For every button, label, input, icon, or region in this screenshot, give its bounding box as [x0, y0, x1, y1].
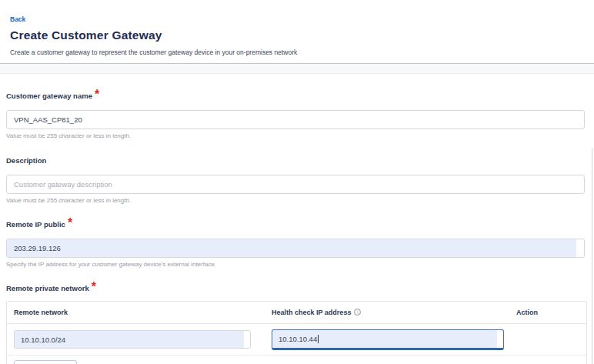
name-field-group: Customer gateway name* Value must be 255… [6, 88, 594, 139]
description-helper-text: Value must be 255 character or less in l… [6, 197, 594, 204]
name-label: Customer gateway name [6, 92, 92, 100]
health-check-ip-input[interactable]: 10.10.10.44 [272, 329, 504, 350]
back-link[interactable]: Back [10, 15, 25, 23]
page-header: Back Create Customer Gateway Create a cu… [0, 0, 594, 64]
column-header-health-check: Health check IP addressi [265, 309, 509, 316]
page-subtitle: Create a customer gateway to represent t… [10, 48, 584, 56]
required-asterisk: * [68, 216, 72, 229]
remote-private-network-label: Remote private network [6, 284, 89, 292]
network-table: Remote network Health check IP addressi … [6, 301, 587, 364]
table-row: 10.10.10.44 [7, 324, 586, 356]
health-check-ip-value: 10.10.10.44 [279, 335, 317, 343]
page-title: Create Customer Gateway [10, 28, 584, 42]
remote-network-input[interactable] [14, 330, 251, 349]
column-header-action: Action [509, 309, 586, 316]
required-asterisk: * [95, 88, 99, 101]
name-input[interactable] [6, 110, 585, 129]
remote-private-network-group: Remote private network* Remote network H… [6, 280, 594, 364]
description-label: Description [6, 156, 46, 165]
info-icon[interactable]: i [354, 309, 361, 316]
remote-network-cell [7, 330, 265, 349]
column-header-remote-network: Remote network [7, 309, 265, 316]
header-strip [0, 64, 594, 74]
text-caret [318, 335, 319, 343]
add-network-button[interactable]: Add network [14, 360, 77, 364]
remote-ip-input[interactable] [6, 239, 585, 258]
network-table-header: Remote network Health check IP addressi … [7, 302, 586, 324]
network-table-footer: Add network [7, 356, 586, 364]
remote-ip-helper-text: Specify the IP address for your customer… [6, 261, 594, 268]
remote-ip-field-group: Remote IP public* Specify the IP address… [6, 216, 594, 268]
content-right-border [592, 148, 592, 364]
health-check-cell: 10.10.10.44 [265, 329, 509, 350]
description-field-group: Description Value must be 255 character … [6, 152, 594, 204]
name-helper-text: Value must be 255 character or less in l… [6, 132, 594, 139]
description-input[interactable] [6, 175, 585, 194]
remote-ip-label: Remote IP public [6, 220, 65, 229]
form-content: Customer gateway name* Value must be 255… [0, 74, 594, 364]
required-asterisk: * [92, 280, 96, 293]
